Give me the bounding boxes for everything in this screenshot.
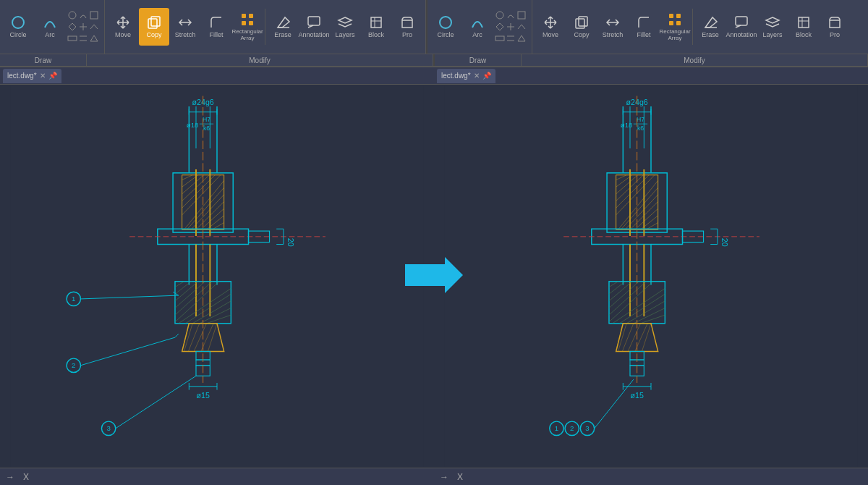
small-icon-3	[89, 10, 99, 20]
svg-rect-43	[830, 20, 840, 28]
fillet-button[interactable]: Fillet	[201, 8, 231, 46]
svg-marker-30	[518, 35, 525, 41]
small-icon-9	[89, 33, 99, 43]
section-labels-bar: Draw Modify Draw Modify	[0, 54, 868, 67]
annotation-3-text-left: 3	[106, 424, 110, 432]
left-x-icon[interactable]: X	[23, 472, 29, 482]
right-tab-pin[interactable]: 📌	[482, 72, 491, 80]
copy2-button[interactable]: Copy	[566, 8, 597, 46]
stretch2-icon	[605, 14, 621, 30]
left-tab-close[interactable]: ✕	[40, 72, 46, 80]
svg-rect-33	[669, 14, 673, 18]
svg-rect-27	[495, 36, 504, 41]
main-area: lect.dwg* ✕ 📌 ø24g6	[0, 67, 868, 485]
stretch2-button[interactable]: Stretch	[597, 8, 628, 46]
draw-section-label-left: Draw	[0, 54, 87, 66]
annotation-1-text-right: 1	[555, 424, 558, 432]
draw-section-label: Circle Arc	[3, 8, 65, 46]
rectangular-array-button[interactable]: Rectangular Array	[232, 8, 263, 46]
svg-rect-21	[402, 20, 412, 28]
circle2-button[interactable]: Circle	[430, 8, 461, 46]
fillet2-button[interactable]: Fillet	[629, 8, 659, 46]
svg-rect-35	[669, 21, 673, 25]
svg-rect-31	[576, 19, 584, 28]
copy2-icon	[574, 14, 590, 30]
svg-point-0	[12, 17, 24, 28]
svg-point-23	[496, 12, 503, 19]
right-tab-label: lect.dwg*	[441, 72, 471, 80]
right-drawing-svg: ø24g6 ø18 H7 k6	[434, 85, 868, 467]
left-tab-bar: lect.dwg* ✕ 📌	[0, 67, 434, 85]
svg-rect-10	[151, 17, 160, 26]
right-arrow-icon[interactable]: →	[440, 472, 448, 482]
fillet-icon	[208, 14, 224, 30]
pro2-icon	[827, 14, 843, 30]
left-tab-label: lect.dwg*	[7, 72, 37, 80]
arc2-button[interactable]: Arc	[462, 8, 493, 46]
small-icon-5	[78, 22, 88, 32]
r-small-icon-4	[495, 22, 505, 32]
annotation2-icon	[733, 14, 749, 30]
left-status-bar: → X	[0, 468, 434, 485]
svg-rect-13	[242, 21, 246, 25]
k6-text-left: k6	[203, 125, 210, 132]
block-button[interactable]: Block	[361, 8, 391, 46]
svg-point-22	[440, 17, 451, 28]
right-tab-close[interactable]: ✕	[474, 72, 480, 80]
copy-button[interactable]: Copy	[139, 8, 169, 46]
svg-rect-2	[90, 12, 98, 19]
left-tab[interactable]: lect.dwg* ✕ 📌	[3, 69, 61, 83]
svg-rect-18	[371, 17, 381, 28]
right-canvas[interactable]: ø24g6 ø18 H7 k6	[434, 85, 868, 467]
circle-button[interactable]: Circle	[3, 8, 33, 46]
svg-rect-36	[676, 21, 681, 25]
svg-rect-24	[518, 12, 525, 19]
move2-icon	[542, 14, 558, 30]
arc2-icon	[469, 14, 485, 30]
erase2-button[interactable]: Erase	[695, 8, 726, 46]
layers-button[interactable]: Layers	[330, 8, 360, 46]
layers2-button[interactable]: Layers	[757, 8, 788, 46]
arc-button[interactable]: Arc	[35, 8, 65, 46]
move2-button[interactable]: Move	[535, 8, 566, 46]
circle2-icon	[438, 14, 454, 30]
svg-rect-32	[579, 17, 587, 26]
svg-rect-14	[249, 21, 253, 25]
svg-rect-9	[148, 19, 157, 28]
left-arrow-icon[interactable]: →	[6, 472, 14, 482]
left-tab-pin[interactable]: 📌	[48, 72, 57, 80]
main-toolbar: Circle Arc	[0, 0, 868, 54]
r-small-icon-3	[516, 10, 527, 20]
annotation-icon	[306, 14, 322, 30]
erase2-icon	[702, 14, 718, 30]
erase-button[interactable]: Erase	[268, 8, 298, 46]
pro-icon	[399, 14, 415, 30]
modify-section-label-right: Modify	[522, 54, 868, 66]
draw-section-label-right: Draw	[435, 54, 522, 66]
left-canvas[interactable]: ø24g6 ø18 H7 k6	[0, 85, 434, 467]
annotation2-button[interactable]: Annotation	[726, 8, 757, 46]
move-button[interactable]: Move	[108, 8, 138, 46]
stretch-button[interactable]: Stretch	[170, 8, 200, 46]
circle-icon	[10, 14, 26, 30]
right-tab[interactable]: lect.dwg* ✕ 📌	[437, 69, 495, 83]
dim20-text-left: 20	[286, 238, 295, 247]
block2-button[interactable]: Block	[788, 8, 819, 46]
annotation-button[interactable]: Annotation	[299, 8, 329, 46]
phi18-text-right: ø18	[621, 121, 633, 129]
toolbar-separator-1	[265, 9, 265, 45]
layers-icon	[337, 14, 353, 30]
small-icon-1	[67, 10, 77, 20]
block2-icon	[796, 14, 812, 30]
right-x-icon[interactable]: X	[457, 472, 463, 482]
pro-button[interactable]: Pro	[392, 8, 422, 46]
rectangular-array2-button[interactable]: Rectangular Array	[660, 8, 690, 46]
svg-rect-5	[68, 36, 77, 41]
annotation-2-text-right: 2	[570, 424, 574, 432]
r-small-icon-1	[495, 10, 505, 20]
rectangular-array-icon	[239, 12, 255, 28]
pro2-button[interactable]: Pro	[820, 8, 850, 46]
annotation-1-text-left: 1	[72, 295, 75, 303]
arc-icon	[42, 14, 58, 30]
phi15-text-left: ø15	[197, 391, 210, 400]
